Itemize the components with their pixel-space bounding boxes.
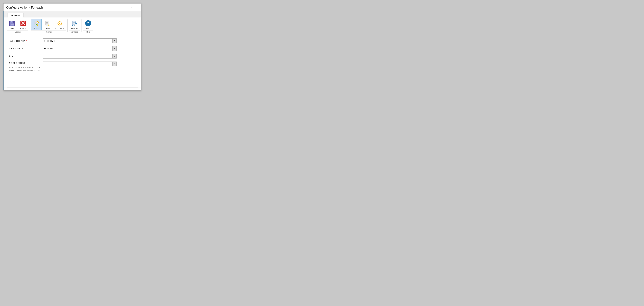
stop-processing-description: When this variable is true the loop will… [9,66,43,72]
target-collection-dropdown-arrow[interactable] [112,38,116,43]
target-collection-select[interactable]: colItemIDs [43,38,112,43]
save-icon [9,20,16,27]
variables-icon [71,20,78,27]
tabs-bar: GENERAL [4,12,141,18]
save-icon-svg [9,20,15,26]
close-button[interactable]: ✕ [134,6,138,10]
svg-rect-34 [61,23,62,24]
common-button[interactable]: 0 Common [53,19,66,30]
stop-processing-label: Stop processing [9,62,43,64]
action-icon-svg [33,20,40,26]
variables-button[interactable]: Variables [69,19,80,30]
target-collection-row: Target collection * colItemIDs [9,38,136,43]
variables-icon-svg [72,20,78,26]
save-label: Save [10,27,14,29]
svg-rect-19 [38,22,39,22]
help-circle-icon: ? [85,20,91,26]
action-icon [33,20,40,27]
dialog-title: Configure Action - For each [6,6,43,10]
labels-label: Labels [45,27,50,29]
stop-processing-label-col: Stop processing When this variable is tr… [9,62,43,72]
form-content: Target collection * colItemIDs Store res… [4,34,141,88]
stop-processing-dropdown-arrow[interactable] [112,62,116,66]
ribbon-group-commit: Save Cancel Commit [7,19,28,33]
ribbon: Save Cancel Commit [4,18,141,34]
title-controls: □ ✕ [129,6,138,10]
svg-point-15 [37,22,38,23]
ribbon-group-variables-items: Variables [69,19,80,30]
svg-rect-32 [60,25,60,26]
settings-group-label: Settings [31,30,66,33]
svg-rect-17 [38,23,38,23]
cancel-button[interactable]: Cancel [18,19,28,30]
ribbon-group-help-items: ? Help [83,19,94,30]
store-result-control: lidItemID [43,46,116,51]
stop-processing-control [43,62,116,66]
svg-rect-16 [38,21,38,22]
labels-icon [44,20,51,27]
ribbon-group-variables: Variables Variables [69,19,80,33]
svg-point-30 [59,23,60,24]
common-icon-svg [57,20,63,26]
svg-rect-31 [60,21,60,22]
store-result-dropdown-arrow[interactable] [112,46,116,51]
cancel-icon [20,20,26,27]
target-collection-label: Target collection * [9,40,43,42]
index-select[interactable] [43,54,112,58]
index-row: Index [9,54,136,58]
action-label: Action [34,27,39,29]
variables-label: Variables [71,27,78,29]
configure-action-dialog: Configure Action - For each □ ✕ GENERAL [3,3,141,90]
index-control [43,54,116,58]
stop-processing-row: Stop processing When this variable is tr… [9,62,136,72]
help-icon: ? [85,20,92,27]
svg-point-43 [76,23,76,24]
svg-rect-18 [37,22,37,22]
labels-icon-svg [44,20,50,26]
svg-rect-2 [11,21,12,22]
target-collection-control: colItemIDs [43,38,116,43]
ribbon-group-commit-items: Save Cancel [7,19,28,30]
index-dropdown-arrow[interactable] [112,54,116,58]
store-result-label: Store result in * [9,47,43,50]
tab-general[interactable]: GENERAL [8,13,24,18]
index-label: Index [9,55,43,58]
minimize-button[interactable]: □ [129,6,133,10]
separator-3 [82,20,82,32]
help-label: Help [86,27,90,29]
labels-button[interactable]: Labels [42,19,53,30]
variables-group-label: Variables [69,30,80,33]
stop-processing-select[interactable] [43,62,112,66]
store-result-row: Store result in * lidItemID [9,46,136,51]
save-button[interactable]: Save [7,19,17,30]
svg-rect-4 [10,24,14,25]
help-group-label: Help [83,30,94,33]
store-result-select[interactable]: lidItemID [43,46,112,51]
ribbon-group-help: ? Help Help [83,19,94,33]
common-label: 0 Common [55,27,64,29]
svg-rect-33 [57,23,58,24]
commit-group-label: Commit [7,30,28,33]
title-bar: Configure Action - For each □ ✕ [4,4,141,12]
help-button[interactable]: ? Help [83,19,94,30]
bottom-padding [4,88,141,90]
cancel-label: Cancel [20,27,26,29]
svg-rect-20 [36,24,38,25]
ribbon-group-settings: Action [31,19,66,33]
action-button[interactable]: Action [31,19,42,30]
cancel-icon-svg [20,20,26,26]
common-icon [56,20,63,27]
ribbon-group-settings-items: Action [31,19,66,30]
dialog-body: GENERAL [4,12,141,90]
